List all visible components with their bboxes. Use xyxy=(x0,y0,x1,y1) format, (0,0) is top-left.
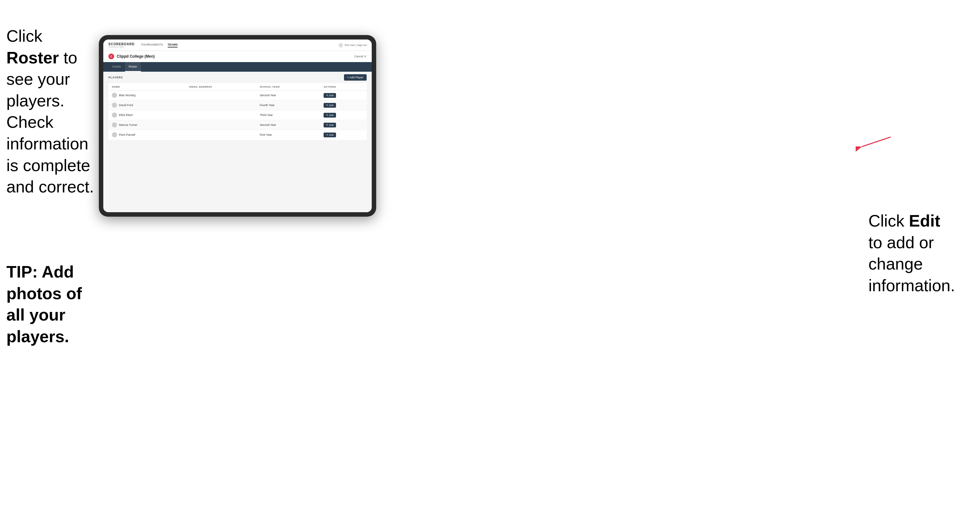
logo-text: SCOREBOARD xyxy=(108,42,135,46)
team-logo: C xyxy=(108,54,114,59)
avatar xyxy=(112,122,117,127)
table-row: Marcus Turner Second Year ✎ Edit xyxy=(109,120,367,130)
player-actions: ✎ Edit xyxy=(320,120,366,130)
avatar xyxy=(112,93,117,98)
user-avatar xyxy=(339,43,343,48)
player-name: Marcus Turner xyxy=(119,123,137,127)
player-school-year: Fourth Year xyxy=(257,100,321,110)
edit-button[interactable]: ✎ Edit xyxy=(324,93,336,98)
navbar-right: Test User | Sign out xyxy=(339,43,367,48)
player-school-year: First Year xyxy=(257,130,321,140)
edit-bold: Edit xyxy=(909,211,940,230)
edit-arrow xyxy=(856,134,894,153)
player-name-cell: Blair McHarg xyxy=(109,90,186,100)
player-school-year: Third Year xyxy=(257,110,321,120)
avatar xyxy=(112,132,117,137)
tab-roster[interactable]: Roster xyxy=(125,62,141,72)
avatar xyxy=(112,103,117,108)
logo-sub: Powered by clippd xyxy=(108,46,135,48)
svg-line-3 xyxy=(862,137,891,146)
tab-details[interactable]: Details xyxy=(108,62,125,72)
player-email-cell xyxy=(186,90,257,100)
tip-annotation: TIP: Add photos ofall your players. xyxy=(6,261,102,347)
player-name: Elliot Ebert xyxy=(119,113,133,117)
player-name-cell: David Ford xyxy=(109,100,186,110)
nav-links: TOURNAMENTS TEAMS xyxy=(141,43,178,48)
table-row: David Ford Fourth Year ✎ Edit xyxy=(109,100,367,110)
user-label: Test User | Sign out xyxy=(344,44,367,46)
player-email-cell xyxy=(186,110,257,120)
logo-area: SCOREBOARD Powered by clippd xyxy=(108,42,135,48)
player-name: David Ford xyxy=(119,103,133,107)
roster-bold: Roster xyxy=(6,48,59,67)
right-annotation: Click Editto add or changeinformation. xyxy=(869,210,970,296)
player-email-cell xyxy=(186,100,257,110)
player-email-cell xyxy=(186,130,257,140)
player-actions: ✎ Edit xyxy=(320,110,366,120)
player-school-year: Second Year xyxy=(257,120,321,130)
team-name: Clippd College (Men) xyxy=(117,54,154,59)
edit-button[interactable]: ✎ Edit xyxy=(324,133,336,137)
team-header: C Clippd College (Men) Cancel ✕ xyxy=(103,51,372,62)
players-label: PLAYERS xyxy=(108,76,123,79)
col-school-year: SCHOOL YEAR xyxy=(257,84,321,90)
players-header: PLAYERS + Add Player xyxy=(108,74,367,81)
edit-button[interactable]: ✎ Edit xyxy=(324,113,336,117)
player-name-cell: Elliot Ebert xyxy=(109,110,186,120)
player-email-cell xyxy=(186,120,257,130)
navbar-left: SCOREBOARD Powered by clippd TOURNAMENTS… xyxy=(108,42,178,48)
edit-button[interactable]: ✎ Edit xyxy=(324,103,336,108)
col-email: EMAIL ADDRESS xyxy=(186,84,257,90)
table-row: Blair McHarg Second Year ✎ Edit xyxy=(109,90,367,100)
player-actions: ✎ Edit xyxy=(320,130,366,140)
nav-teams[interactable]: TEAMS xyxy=(168,43,178,48)
team-name-row: C Clippd College (Men) xyxy=(108,54,154,59)
player-actions: ✎ Edit xyxy=(320,90,366,100)
col-name: NAME xyxy=(109,84,186,90)
player-name: Piers Parnell xyxy=(119,133,135,137)
player-name: Blair McHarg xyxy=(119,94,135,97)
player-name-cell: Piers Parnell xyxy=(109,130,186,140)
avatar xyxy=(112,113,117,117)
tablet-screen: SCOREBOARD Powered by clippd TOURNAMENTS… xyxy=(103,40,372,212)
content-area: PLAYERS + Add Player NAME EMAIL ADDRESS … xyxy=(103,72,372,212)
player-school-year: Second Year xyxy=(257,90,321,100)
player-actions: ✎ Edit xyxy=(320,100,366,110)
player-name-cell: Marcus Turner xyxy=(109,120,186,130)
table-row: Piers Parnell First Year ✎ Edit xyxy=(109,130,367,140)
tablet-device: SCOREBOARD Powered by clippd TOURNAMENTS… xyxy=(99,35,376,217)
navbar: SCOREBOARD Powered by clippd TOURNAMENTS… xyxy=(103,40,372,51)
players-table: NAME EMAIL ADDRESS SCHOOL YEAR ACTIONS B… xyxy=(108,83,367,140)
edit-button[interactable]: ✎ Edit xyxy=(324,123,336,127)
left-annotation: Click Roster to see your players. Check … xyxy=(6,25,95,198)
table-header-row: NAME EMAIL ADDRESS SCHOOL YEAR ACTIONS xyxy=(109,84,367,90)
cancel-button[interactable]: Cancel ✕ xyxy=(354,55,367,58)
add-player-button[interactable]: + Add Player xyxy=(344,74,367,81)
tab-bar: Details Roster xyxy=(103,62,372,72)
nav-tournaments[interactable]: TOURNAMENTS xyxy=(141,43,163,48)
table-row: Elliot Ebert Third Year ✎ Edit xyxy=(109,110,367,120)
players-section: PLAYERS + Add Player NAME EMAIL ADDRESS … xyxy=(103,72,372,143)
col-actions: ACTIONS xyxy=(320,84,366,90)
